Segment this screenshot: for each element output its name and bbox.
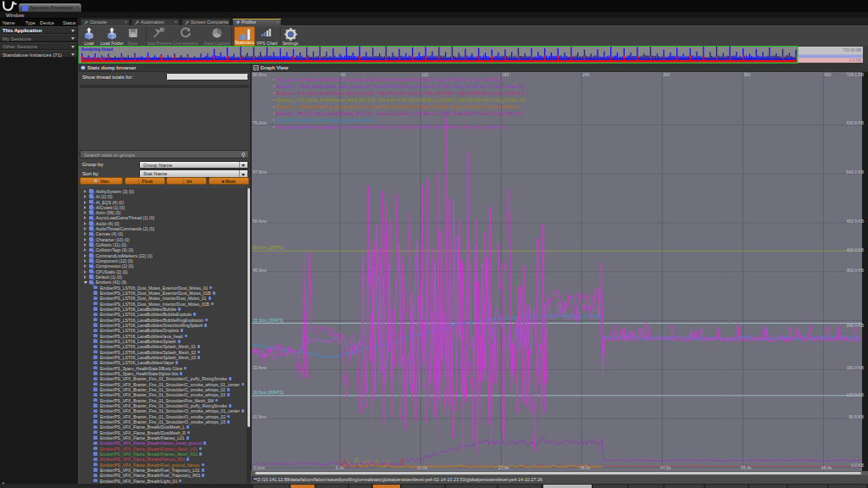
svg-text:Rendering thread: Rendering thread <box>81 47 114 52</box>
svg-text:726.08 MB: 726.08 MB <box>843 48 861 53</box>
svg-text:0.9 MB: 0.9 MB <box>849 58 861 63</box>
svg-text:Game thread: Game thread <box>81 57 105 61</box>
